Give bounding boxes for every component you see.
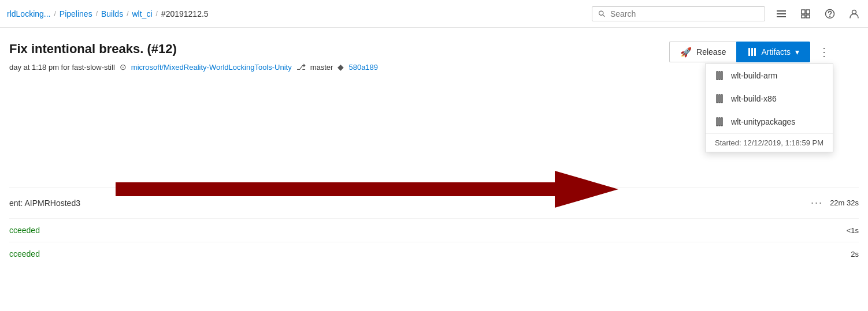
artifact-arm-label: wlt-build-arm: [731, 71, 777, 80]
artifact-arm-icon: [715, 71, 724, 80]
list-icon: [776, 9, 787, 19]
search-bar[interactable]: [592, 6, 765, 21]
svg-rect-3: [777, 13, 786, 14]
status-row-2: cceeded 2s: [9, 242, 859, 265]
artifacts-button[interactable]: Artifacts ▾: [736, 42, 810, 62]
user-icon: [849, 9, 859, 19]
breadcrumb-builds[interactable]: Builds: [101, 9, 123, 18]
search-icon: [598, 10, 606, 18]
breadcrumb-sep-3: /: [127, 10, 128, 18]
svg-rect-20: [721, 95, 722, 103]
breadcrumb-sep-4: /: [156, 10, 158, 18]
status-1-label: cceeded: [9, 226, 40, 235]
chevron-down-icon: ▾: [795, 47, 799, 57]
status-2-time: 2s: [851, 250, 859, 258]
svg-point-10: [830, 16, 830, 17]
svg-rect-22: [719, 118, 720, 126]
help-icon: [825, 9, 835, 19]
breadcrumb: rldLocking... / Pipelines / Builds / wlt…: [7, 9, 209, 18]
meta-repo-link[interactable]: microsoft/MixedReality-WorldLockingTools…: [131, 63, 292, 72]
svg-rect-8: [806, 15, 810, 18]
action-buttons: 🚀 Release Artifacts ▾ ⋮: [669, 42, 833, 62]
breadcrumb-sep-2: /: [96, 10, 98, 18]
svg-rect-16: [719, 72, 720, 80]
main-content: Fix intentional breaks. (#12) day at 1:1…: [0, 28, 868, 275]
nav-help-button[interactable]: [823, 7, 837, 21]
artifact-unity-icon: [715, 117, 724, 126]
agent-time: 22m 32s: [830, 198, 859, 207]
agent-more-button[interactable]: ···: [811, 197, 823, 209]
svg-rect-5: [802, 10, 805, 14]
svg-rect-4: [777, 16, 786, 17]
agent-label: ent: AIPMRHosted3: [9, 198, 80, 208]
breadcrumb-pipeline-name[interactable]: wlt_ci: [132, 9, 152, 18]
dropdown-menu: wlt-build-arm wlt-build-x86 wlt-unityp: [705, 63, 833, 152]
top-nav: rldLocking... / Pipelines / Builds / wlt…: [0, 0, 868, 28]
artifact-unity-label: wlt-unitypackages: [731, 117, 795, 126]
red-arrow: [116, 166, 618, 215]
status-row-1: cceeded <1s: [9, 218, 859, 242]
svg-rect-12: [748, 48, 750, 56]
branch-icon: ⎇: [296, 62, 306, 72]
svg-line-1: [603, 14, 604, 16]
dropdown-item-arm[interactable]: wlt-build-arm: [706, 64, 833, 87]
svg-point-0: [599, 11, 603, 15]
release-icon: 🚀: [680, 47, 692, 58]
svg-rect-14: [754, 48, 756, 56]
dropdown-item-x86[interactable]: wlt-build-x86: [706, 87, 833, 110]
svg-rect-21: [717, 118, 718, 126]
artifact-x86-label: wlt-build-x86: [731, 94, 777, 103]
artifacts-label: Artifacts: [761, 47, 791, 57]
svg-rect-19: [719, 95, 720, 103]
svg-rect-2: [777, 10, 786, 12]
more-button[interactable]: ⋮: [815, 42, 833, 62]
nav-store-button[interactable]: [799, 7, 813, 21]
artifact-x86-icon: [715, 94, 724, 103]
svg-rect-23: [721, 118, 722, 126]
nav-list-button[interactable]: [774, 7, 788, 21]
svg-rect-7: [802, 15, 805, 18]
release-button[interactable]: 🚀 Release: [669, 42, 736, 62]
meta-commit-link[interactable]: 580a189: [348, 63, 378, 72]
nav-user-button[interactable]: [847, 7, 861, 21]
nav-icons: [774, 7, 861, 21]
started-text: Started: 12/12/2019, 1:18:59 PM: [706, 133, 833, 152]
meta-branch: master: [310, 63, 333, 72]
breadcrumb-build-number: #20191212.5: [161, 9, 209, 18]
breadcrumb-org[interactable]: rldLocking...: [7, 9, 50, 18]
svg-rect-15: [717, 72, 718, 80]
svg-rect-17: [721, 72, 722, 80]
store-icon: [800, 9, 811, 19]
search-input[interactable]: [610, 9, 759, 18]
commit-icon: ◆: [337, 62, 344, 72]
status-2-label: cceeded: [9, 249, 40, 258]
breadcrumb-pipelines[interactable]: Pipelines: [60, 9, 92, 18]
artifacts-icon: [747, 47, 756, 57]
github-icon: ⊙: [120, 62, 127, 72]
dropdown-item-unitypackages[interactable]: wlt-unitypackages: [706, 110, 833, 133]
svg-rect-18: [717, 95, 718, 103]
breadcrumb-sep-1: /: [54, 10, 55, 18]
svg-rect-6: [806, 10, 810, 14]
svg-marker-24: [116, 171, 618, 208]
svg-rect-13: [751, 48, 753, 56]
release-label: Release: [696, 47, 726, 57]
meta-time: day at 1:18 pm for fast-slow-still: [9, 63, 115, 72]
status-1-time: <1s: [847, 226, 859, 235]
